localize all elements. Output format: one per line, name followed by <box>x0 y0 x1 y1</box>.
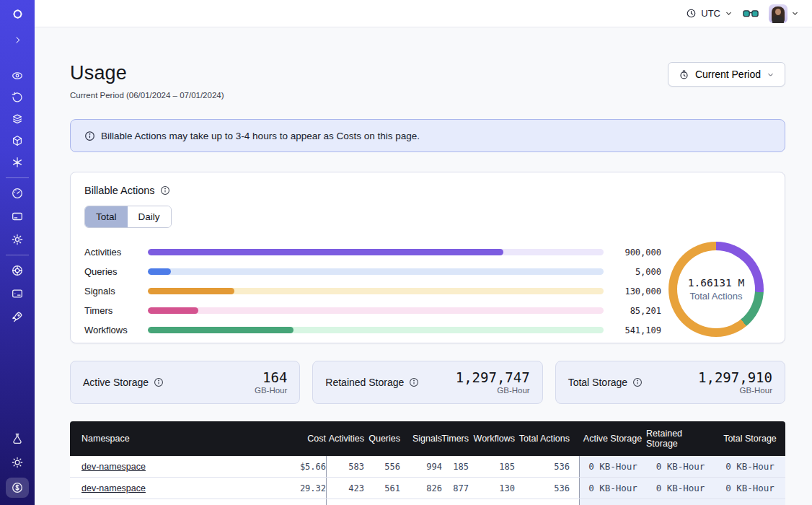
col-header-queries: Queries <box>364 421 400 456</box>
avatar[interactable] <box>769 4 787 23</box>
col-header-workflows: Workflows <box>469 421 515 456</box>
row-spacer <box>570 478 579 499</box>
info-icon[interactable] <box>632 377 643 387</box>
col-header-signals: Signals <box>400 421 442 456</box>
chevron-down-icon <box>767 71 775 79</box>
billable-bar-chart: Activities 900,000 Queries 5,000 Signals… <box>84 242 661 340</box>
main-content: Usage Current Period (06/01/2024 – 07/01… <box>35 27 812 505</box>
bar-row-activities: Activities 900,000 <box>84 242 661 262</box>
docs-terminal-icon[interactable] <box>6 284 28 303</box>
labs-flask-icon[interactable] <box>6 429 28 448</box>
total-actions-cell: 536 <box>515 456 570 477</box>
theme-sun-icon[interactable] <box>6 453 28 472</box>
col-header-retained-storage: Retained Storage <box>646 421 715 456</box>
current-period-subtitle: Current Period (06/01/2024 – 07/01/2024) <box>70 91 224 100</box>
retained-storage-card: Retained Storage 1,297,747 GB-Hour <box>312 361 542 404</box>
row-spacer <box>570 499 579 505</box>
usage-dollar-icon[interactable] <box>6 478 29 498</box>
total-actions-cell: 130 <box>515 499 570 505</box>
tab-total[interactable]: Total <box>85 206 128 227</box>
storage-summary-row: Active Storage 164 GB-Hour Retained Stor… <box>70 361 785 404</box>
bar-row-workflows: Workflows 541,109 <box>84 320 661 340</box>
bar-track <box>148 268 604 275</box>
info-icon[interactable] <box>154 377 164 387</box>
cost-cell: 29.32 <box>265 478 326 499</box>
support-lifebuoy-icon[interactable] <box>6 261 28 280</box>
namespace-link[interactable]: dev-namespace <box>81 483 146 493</box>
usage-gauge-icon[interactable] <box>6 184 28 203</box>
bar-value: 130,000 <box>614 286 661 297</box>
active-storage-cell: 0 KB-Hour <box>579 456 646 477</box>
deployments-cube-icon[interactable] <box>6 131 28 150</box>
queries-cell: 561 <box>364 478 400 499</box>
bar-value: 5,000 <box>614 267 661 277</box>
sidebar-divider <box>6 255 29 255</box>
topbar: UTC <box>35 0 812 27</box>
billing-card-icon[interactable] <box>6 207 28 226</box>
info-icon[interactable] <box>160 185 170 196</box>
total-actions-donut-chart: 1.66131 M Total Actions <box>668 242 764 337</box>
page-title: Usage <box>70 62 224 84</box>
total-actions-label: Total Actions <box>690 291 743 302</box>
collapse-chevron-right-icon[interactable] <box>6 30 28 49</box>
cost-cell: $3.35 <box>265 499 326 505</box>
billable-actions-card: Billable Actions Total Daily Activities … <box>70 172 785 343</box>
bar-value: 541,109 <box>614 325 661 335</box>
activities-cell: 423 <box>326 478 364 499</box>
glasses-icon[interactable] <box>743 9 759 19</box>
bar-value: 85,201 <box>614 306 661 316</box>
timezone-label: UTC <box>701 8 720 19</box>
chevron-down-icon <box>725 9 733 17</box>
bar-label: Queries <box>84 266 138 277</box>
banner-text: Billable Actions may take up to 3-4 hour… <box>101 131 420 141</box>
activities-cell: 583 <box>326 456 364 477</box>
namespace-link[interactable]: dev-namespace <box>81 462 146 472</box>
signals-cell: 994 <box>400 456 442 477</box>
bar-row-timers: Timers 85,201 <box>84 301 661 320</box>
workflows-cell: 600 <box>469 499 515 505</box>
signals-cell: 883 <box>400 499 442 505</box>
bar-label: Timers <box>84 305 138 316</box>
storage-card-value: 1,297,910 <box>698 370 772 385</box>
period-selector-button[interactable]: Current Period <box>668 62 785 87</box>
temporal-logo-icon[interactable] <box>6 4 28 23</box>
bar-track <box>148 327 604 333</box>
sidebar <box>0 0 35 505</box>
bar-row-signals: Signals 130,000 <box>84 281 661 301</box>
bar-row-queries: Queries 5,000 <box>84 262 661 281</box>
settings-gear-icon[interactable] <box>6 230 28 249</box>
info-icon <box>84 131 95 141</box>
account-menu[interactable] <box>769 4 799 23</box>
bar-track <box>148 288 604 294</box>
tab-daily[interactable]: Daily <box>128 206 171 227</box>
timezone-selector[interactable]: UTC <box>686 8 733 19</box>
row-spacer <box>570 456 579 477</box>
storage-card-label: Total Storage <box>568 377 628 388</box>
total-storage-cell: 0 KB-Hour <box>715 478 785 499</box>
queries-cell: 556 <box>364 456 400 477</box>
namespaces-eye-icon[interactable] <box>6 66 28 85</box>
info-icon[interactable] <box>409 377 419 387</box>
storage-card-unit: GB-Hour <box>698 386 772 395</box>
workflows-cell: 185 <box>469 456 515 477</box>
retained-storage-cell: 0 KB-Hour <box>646 478 715 499</box>
bar-fill <box>148 307 198 314</box>
nexus-asterisk-icon[interactable] <box>6 153 28 172</box>
col-header-timers: Timers <box>442 421 469 456</box>
bar-value: 900,000 <box>614 247 661 258</box>
table-row: dev-namespace $3.35 492 536 883 816 600 … <box>70 499 785 505</box>
bar-label: Signals <box>84 286 138 297</box>
total-storage-cell: 0 KB-Hour <box>715 456 785 477</box>
stopwatch-icon <box>679 69 689 80</box>
storage-card-label: Retained Storage <box>325 377 404 388</box>
col-header-namespace: Namespace <box>70 421 265 456</box>
sidebar-divider <box>6 177 29 178</box>
storage-card-label: Active Storage <box>83 377 149 388</box>
getting-started-rocket-icon[interactable] <box>6 307 28 326</box>
bar-label: Workflows <box>84 325 138 335</box>
bar-track <box>148 249 604 255</box>
history-icon[interactable] <box>6 88 28 107</box>
timers-cell: 185 <box>442 456 469 477</box>
layers-icon[interactable] <box>6 110 28 128</box>
queries-cell: 536 <box>364 499 400 505</box>
